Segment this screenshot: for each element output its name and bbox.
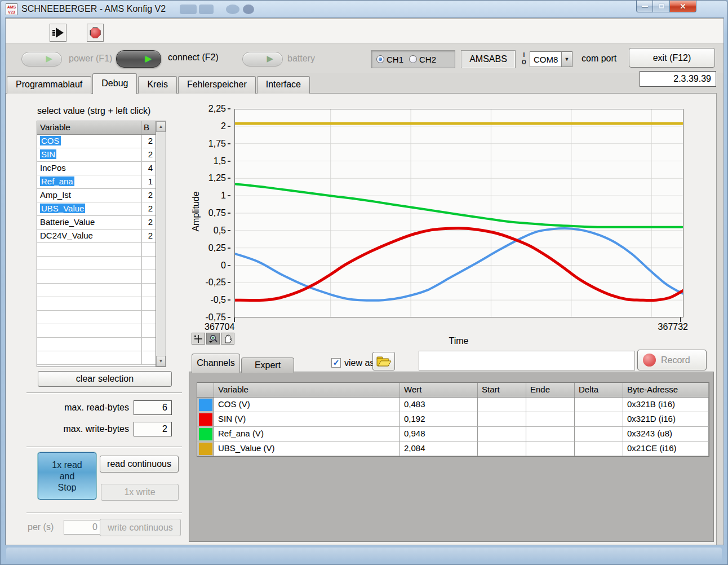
variable-row-empty[interactable] — [37, 270, 166, 284]
record-button[interactable]: Record — [637, 350, 707, 370]
crosshair-tool-button[interactable] — [192, 333, 205, 345]
variable-row[interactable]: COS2 — [37, 135, 166, 148]
io-icon: IO — [520, 51, 529, 67]
max-write-bytes-field[interactable]: 2 — [134, 422, 172, 436]
chevron-down-icon[interactable]: ▼ — [561, 52, 572, 67]
variable-row-empty[interactable] — [37, 338, 166, 351]
variable-row[interactable]: Ref_ana1 — [37, 175, 166, 189]
open-folder-icon — [376, 355, 392, 367]
battery-toggle[interactable]: ▶ — [242, 52, 283, 67]
select-value-label: select value (strg + left click) — [37, 106, 150, 116]
ch1-label: CH1 — [387, 55, 403, 64]
tab-fehlerspeicher[interactable]: Fehlerspeicher — [178, 76, 256, 94]
channel-color-swatch — [199, 399, 212, 411]
variable-row[interactable]: Batterie_Value2 — [37, 216, 166, 229]
run-arrow-icon — [52, 27, 64, 38]
scroll-down-icon[interactable]: ▼ — [156, 356, 166, 367]
maximize-icon — [659, 4, 664, 8]
column-variable: Variable — [214, 383, 400, 398]
connect-arrow-icon: ▶ — [145, 54, 152, 64]
variable-row-empty[interactable] — [37, 257, 166, 270]
run-button[interactable] — [50, 24, 66, 42]
com-port-select[interactable]: COM8 ▼ — [530, 51, 572, 67]
max-read-bytes-field[interactable]: 6 — [134, 400, 172, 415]
channel-row[interactable]: Ref_ana (V)0,9480x3243 (u8) — [197, 427, 709, 442]
x-min-label: 367704 — [205, 322, 267, 332]
read-once-stop-button[interactable]: 1x read and Stop — [38, 452, 96, 500]
column-start: Start — [478, 383, 526, 398]
variable-row-empty[interactable] — [37, 297, 166, 311]
y-tick-label: 2 — [182, 121, 230, 131]
y-tick-label: 0,25 — [182, 243, 230, 253]
clear-selection-button[interactable]: clear selection — [38, 371, 172, 387]
column-ende: Ende — [526, 383, 575, 398]
ch1-radio[interactable] — [376, 55, 384, 63]
ch2-label: CH2 — [419, 55, 436, 64]
close-button[interactable]: ✕ — [669, 1, 696, 12]
debug-tab-page: select value (strg + left click) Variabl… — [6, 93, 717, 545]
channel-row[interactable]: SIN (V)0,1920x321D (i16) — [197, 412, 709, 427]
waveform-chart[interactable] — [234, 109, 683, 317]
record-file-path-input[interactable] — [419, 351, 635, 370]
channel-row[interactable]: COS (V)0,4830x321B (i16) — [197, 398, 709, 412]
browse-file-button[interactable] — [372, 352, 395, 370]
variable-row-empty[interactable] — [37, 324, 166, 338]
y-tick-label: 1,25 — [182, 173, 230, 183]
window-bottom-glass — [6, 548, 722, 562]
minimize-icon — [642, 6, 648, 7]
maximize-button[interactable] — [653, 1, 669, 12]
ch2-radio[interactable] — [409, 55, 417, 63]
channel-row[interactable]: UBS_Value (V)2,0840x21CE (i16) — [197, 442, 709, 456]
view-as-unit-checkbox[interactable]: ✓ — [331, 358, 341, 368]
connect-toggle[interactable]: ▶ — [116, 50, 161, 68]
variable-row[interactable]: IncPos4 — [37, 162, 166, 175]
scroll-up-icon[interactable]: ▲ — [156, 121, 166, 132]
y-tick-label: -0,75 — [182, 312, 230, 323]
variable-row-empty[interactable] — [37, 284, 166, 297]
exit-button[interactable]: exit (F12) — [629, 48, 715, 68]
pan-tool-button[interactable] — [221, 333, 234, 345]
close-icon: ✕ — [680, 2, 686, 11]
tab-debug[interactable]: Debug — [92, 73, 137, 94]
app-window: AMSV23 SCHNEEBERGER - AMS Konfig V2 ✕ — [0, 0, 728, 565]
tab-interface[interactable]: Interface — [257, 76, 310, 94]
device-name-box: AMSABS — [461, 50, 516, 68]
client-area: ▶ power (F1) ▶ connect (F2) ▶ battery CH… — [5, 17, 724, 545]
y-tick-label: 0,5 — [182, 226, 230, 236]
zoom-tool-button[interactable] — [206, 333, 220, 345]
tab-expert[interactable]: Expert — [241, 357, 294, 373]
tab-kreis[interactable]: Kreis — [138, 76, 176, 94]
write-once-button[interactable]: 1x write — [101, 484, 179, 501]
stop-button[interactable] — [87, 24, 104, 42]
stop-icon — [90, 28, 101, 38]
battery-arrow-icon: ▶ — [267, 54, 273, 64]
variable-row-empty[interactable] — [37, 311, 166, 324]
power-toggle[interactable]: ▶ — [21, 52, 62, 67]
per-s-field[interactable]: 0 — [64, 520, 102, 535]
write-continuous-button[interactable]: write continuous — [100, 519, 181, 536]
tab-channels[interactable]: Channels — [192, 354, 240, 373]
read-continuous-button[interactable]: read continuous — [100, 456, 179, 473]
channel-select-panel: CH1 CH2 — [371, 50, 455, 68]
x-max-label: 367732 — [643, 322, 688, 332]
version-box: 2.3.39.39 — [640, 71, 716, 87]
channels-table[interactable]: VariableWertStartEndeDeltaByte-AdresseCO… — [197, 382, 709, 457]
variable-row-empty[interactable] — [37, 351, 166, 365]
titlebar[interactable]: AMSV23 SCHNEEBERGER - AMS Konfig V2 ✕ — [1, 1, 727, 17]
variable-row-empty[interactable] — [37, 243, 166, 257]
tab-programmablauf[interactable]: Programmablauf — [7, 76, 91, 94]
titlebar-ghost-decoration — [180, 5, 197, 14]
titlebar-ghost-decoration — [226, 5, 239, 14]
channel-color-swatch — [199, 413, 212, 426]
variable-row[interactable]: UBS_Value2 — [37, 202, 166, 216]
variables-table[interactable]: VariableBCOS2SIN2IncPos4Ref_ana1Amp_Ist2… — [37, 121, 166, 367]
minimize-button[interactable] — [636, 1, 653, 12]
x-tick-left — [234, 317, 235, 322]
crosshair-icon — [193, 334, 203, 343]
y-tick-label: 1,5 — [182, 156, 230, 166]
variable-row[interactable]: Amp_Ist2 — [37, 189, 166, 202]
variables-scrollbar[interactable]: ▲▼ — [156, 121, 166, 367]
channels-table-header: VariableWertStartEndeDeltaByte-Adresse — [197, 383, 709, 398]
variable-row[interactable]: DC24V_Value2 — [37, 229, 166, 243]
variable-row[interactable]: SIN2 — [37, 148, 166, 162]
